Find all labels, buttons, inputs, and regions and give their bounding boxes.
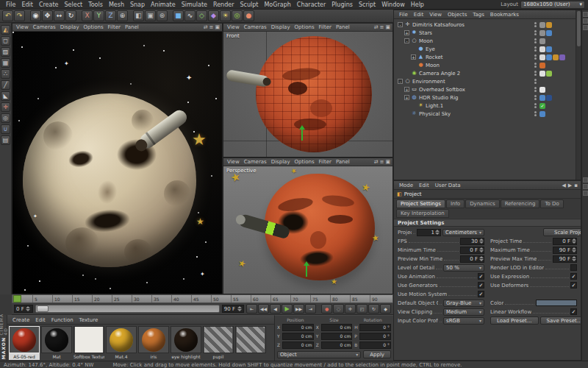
goto-end-button[interactable]: ⇥ <box>305 304 316 314</box>
object-tag-icon[interactable] <box>539 22 545 28</box>
checkbox[interactable]: ✓ <box>478 282 484 289</box>
menu-item[interactable]: Edit <box>417 181 431 190</box>
spinner[interactable] <box>435 230 440 235</box>
object-tag-icon[interactable] <box>539 38 545 44</box>
visibility-dots[interactable] <box>534 63 537 68</box>
value-dropdown[interactable]: 50 %▾ <box>443 264 484 272</box>
history-forward-icon[interactable]: ▶ <box>568 183 572 188</box>
menu-item[interactable]: Sculpt <box>237 0 261 10</box>
object-tag-icon[interactable] <box>539 46 545 52</box>
object-tag-icon[interactable] <box>539 95 545 101</box>
material-item[interactable]: iris <box>138 326 169 360</box>
visibility-dots[interactable] <box>534 38 537 43</box>
expander[interactable] <box>411 63 416 68</box>
make-editable-icon[interactable]: ◭ <box>1 25 10 35</box>
expander[interactable]: + <box>411 54 416 60</box>
object-row[interactable]: ● Moon <box>394 61 576 69</box>
object-tag-icon[interactable] <box>546 71 552 77</box>
object-tag-icon[interactable] <box>539 54 545 60</box>
edges-mode-icon[interactable]: ╱ <box>1 80 10 90</box>
material-thumbnail[interactable] <box>74 326 104 353</box>
menu-item[interactable]: Edit <box>18 0 36 10</box>
viewport-menu-item[interactable]: Options <box>293 24 316 30</box>
redo-icon[interactable]: ↷ <box>14 10 25 21</box>
material-item[interactable]: eye highlight <box>171 326 201 360</box>
checkbox[interactable] <box>570 264 577 271</box>
viewport-swap-icon[interactable]: ⇄ <box>374 159 379 165</box>
autokey-button[interactable]: ◌ <box>333 304 344 314</box>
viewport-menu-item[interactable]: Panel <box>334 159 351 165</box>
object-row[interactable]: + ▲ Rocket <box>394 53 576 61</box>
coordinate-system-icon[interactable]: ⊕ <box>117 10 128 21</box>
record-position-button[interactable]: ✛ <box>345 304 356 314</box>
menu-item[interactable]: Character <box>294 0 329 10</box>
number-field[interactable]: 0 F <box>460 255 484 263</box>
visibility-dots[interactable] <box>534 46 537 52</box>
viewport-maximize-icon[interactable]: ▣ <box>385 24 390 30</box>
render-settings-icon[interactable]: ⊛ <box>157 10 168 21</box>
expander[interactable]: + <box>404 95 409 100</box>
expander[interactable] <box>411 103 416 108</box>
menu-item[interactable]: Create <box>10 316 32 325</box>
checkbox[interactable]: ✓ <box>570 282 577 289</box>
visibility-dots[interactable] <box>534 103 537 108</box>
visibility-dots[interactable] <box>534 111 537 116</box>
material-item[interactable]: Softbox Texture <box>74 326 104 360</box>
viewport-options-icon[interactable]: ≡ <box>209 24 214 30</box>
object-row[interactable]: ☼ Physical Sky <box>394 110 576 118</box>
object-row[interactable]: ◉ Camera Angle 2 <box>394 69 576 77</box>
menu-item[interactable]: Texture <box>77 316 101 325</box>
position-field[interactable]: 0 cm <box>282 324 314 331</box>
record-rotation-button[interactable]: ↻ <box>368 304 379 314</box>
visibility-dots[interactable] <box>534 87 537 92</box>
menu-item[interactable]: User Data <box>433 181 463 190</box>
menu-item[interactable]: Mesh <box>106 0 127 10</box>
apply-button[interactable]: Apply <box>363 350 391 358</box>
timeline-slider[interactable] <box>35 305 220 313</box>
viewport-menu-item[interactable]: Panel <box>123 24 140 30</box>
spinner[interactable] <box>571 247 576 252</box>
record-keyframe-button[interactable]: ● <box>321 304 332 314</box>
menu-item[interactable]: Tags <box>470 10 487 19</box>
polygons-mode-icon[interactable]: ◣ <box>1 91 10 101</box>
dock-tab-icon[interactable] <box>583 191 588 196</box>
separator[interactable] <box>77 10 81 21</box>
viewport-menu-item[interactable]: View <box>226 159 241 165</box>
perspective-viewport-canvas[interactable]: Perspective ★ ★ ★ ★ ★ ★ <box>223 166 392 294</box>
material-item[interactable]: AS-05-red <box>9 326 40 360</box>
size-field[interactable]: 0 cm <box>321 342 353 349</box>
timeline-ruler[interactable]: 051015202530354045505560657075808590 <box>12 294 393 303</box>
material-item[interactable] <box>235 326 266 360</box>
lock-y-axis-icon[interactable]: Y <box>93 10 104 21</box>
color-swatch[interactable] <box>536 300 577 306</box>
add-camera-icon[interactable]: ◎ <box>232 10 243 21</box>
viewport-menu-item[interactable]: Cameras <box>243 159 268 165</box>
expander[interactable]: - <box>398 79 403 84</box>
previous-key-button[interactable]: ◀◀ <box>258 304 269 314</box>
size-field[interactable]: 0 cm <box>321 324 353 331</box>
viewport-menu-item[interactable]: View <box>15 24 30 30</box>
attribute-tab[interactable]: Project Settings <box>396 199 445 208</box>
object-row[interactable]: - ○ Environment <box>394 77 576 85</box>
play-button[interactable]: ▶ <box>282 304 293 314</box>
visibility-dots[interactable] <box>534 30 537 35</box>
menu-item[interactable]: Edit <box>33 316 48 325</box>
object-row[interactable]: + ▭ Overhead Softbox <box>394 85 576 93</box>
rotation-field[interactable]: 0 ° <box>359 333 391 340</box>
object-tag-icon[interactable] <box>546 22 552 28</box>
viewport-menu-item[interactable]: Options <box>293 159 316 165</box>
live-selection-icon[interactable]: ◉ <box>30 10 41 21</box>
menu-item[interactable]: Render <box>210 0 237 10</box>
previous-frame-button[interactable]: ◀ <box>270 304 281 314</box>
viewport-menu-item[interactable]: Display <box>270 24 292 30</box>
goto-start-button[interactable]: ⇤ <box>246 304 257 314</box>
object-tag-icon[interactable] <box>539 30 545 36</box>
viewport-menu-item[interactable]: Display <box>59 24 81 30</box>
position-field[interactable]: 0 cm <box>282 333 314 340</box>
coord-mode-dropdown[interactable]: Object▾ <box>277 351 361 358</box>
menu-item[interactable]: Bookmarks <box>488 10 521 19</box>
viewport-menu-item[interactable]: Options <box>82 24 105 30</box>
object-tag-icon[interactable] <box>539 111 545 117</box>
spinner[interactable] <box>571 238 576 244</box>
object-tag-icon[interactable] <box>546 54 552 60</box>
